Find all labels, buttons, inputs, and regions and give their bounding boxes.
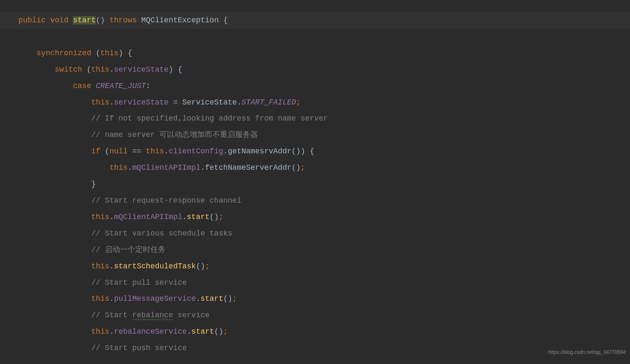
- field-clientConfig: clientConfig: [169, 147, 223, 155]
- semicolon: ;: [205, 262, 210, 270]
- indent: [9, 294, 91, 303]
- dot: .: [110, 262, 114, 270]
- code-line: this.mQClientAPIImpl.fetchNameServerAddr…: [9, 160, 630, 176]
- code-line-comment: // If not specified,looking address from…: [9, 110, 630, 127]
- keyword-this: this: [110, 163, 128, 172]
- keyword-this: this: [91, 213, 109, 221]
- code-line: synchronized (this) {: [9, 45, 630, 62]
- paren-open: (: [96, 49, 100, 57]
- brace: {: [223, 16, 228, 24]
- semicolon: ;: [296, 98, 301, 107]
- paren-close: ): [118, 49, 123, 57]
- keyword-void: void: [50, 16, 68, 24]
- method-startScheduledTask: startScheduledTask: [114, 262, 196, 270]
- indent: [9, 114, 91, 123]
- keyword-case: case: [73, 82, 91, 90]
- keyword-this: this: [91, 327, 109, 336]
- keyword-null: null: [110, 147, 128, 155]
- dot: .: [110, 327, 114, 336]
- dot: .: [182, 213, 187, 221]
- dot: .: [237, 98, 241, 107]
- method-start: start: [187, 213, 209, 221]
- indent: [9, 213, 91, 221]
- watermark: https://blog.csdn.net/qq_34770694: [548, 344, 626, 361]
- keyword-public: public: [19, 16, 46, 24]
- semicolon: ;: [219, 213, 223, 221]
- brace-close: }: [91, 180, 96, 188]
- dot: .: [196, 294, 201, 303]
- indent: [9, 278, 91, 287]
- field-pullMessageService: pullMessageService: [114, 294, 196, 303]
- dot: .: [110, 213, 114, 221]
- field-mQClientAPIImpl: mQClientAPIImpl: [114, 213, 182, 221]
- indent: [9, 344, 91, 352]
- parens: (): [223, 294, 233, 303]
- code-line-comment: // 启动一个定时任务: [9, 242, 630, 258]
- code-line-comment: // Start pull service: [9, 275, 630, 291]
- comment: // If not specified,looking address from…: [91, 114, 328, 123]
- comment-text-c: service: [173, 311, 209, 319]
- parens: (): [196, 262, 205, 270]
- code-line-comment: // Start various schedule tasks: [9, 225, 630, 242]
- exception-type: MQClientException: [141, 16, 219, 24]
- dot: .: [164, 147, 169, 155]
- code-line: if (null == this.clientConfig.getNamesrv…: [9, 143, 630, 160]
- parens: (): [214, 327, 223, 336]
- code-editor[interactable]: public void start() throws MQClientExcep…: [0, 0, 630, 356]
- constant-start-failed: START_FAILED: [241, 98, 296, 107]
- dot: .: [128, 163, 132, 172]
- indent: [9, 246, 91, 254]
- colon: :: [146, 82, 150, 90]
- keyword-this: this: [100, 49, 118, 57]
- code-line: public void start() throws MQClientExcep…: [0, 12, 630, 29]
- code-line: this.serviceState = ServiceState.START_F…: [9, 94, 630, 111]
- field-mQClientAPIImpl: mQClientAPIImpl: [132, 163, 201, 172]
- keyword-synchronized: synchronized: [37, 49, 91, 57]
- dot: .: [187, 327, 191, 336]
- paren-close: ): [169, 65, 173, 74]
- method-name: start: [73, 16, 96, 24]
- operator-eq: ==: [128, 147, 146, 155]
- indent: [9, 311, 91, 319]
- class-ServiceState: ServiceState: [182, 98, 237, 107]
- method-start: start: [191, 327, 214, 336]
- semicolon: ;: [223, 327, 228, 336]
- parens: (): [292, 147, 301, 155]
- field-serviceState: serviceState: [114, 98, 169, 107]
- dot: .: [201, 163, 205, 172]
- keyword-this: this: [146, 147, 164, 155]
- brace: {: [128, 49, 132, 57]
- indent: [9, 16, 19, 24]
- paren-close: ): [300, 147, 310, 155]
- code-line: this.pullMessageService.start();: [9, 291, 630, 307]
- comment: // Start various schedule tasks: [91, 229, 232, 238]
- comment: // Start pull service: [91, 278, 187, 287]
- keyword-this: this: [91, 98, 109, 107]
- keyword-throws: throws: [110, 16, 137, 24]
- dot: .: [110, 98, 114, 107]
- code-line: switch (this.serviceState) {: [9, 62, 630, 78]
- code-line-comment: // Start rebalance service: [9, 307, 630, 324]
- method-fetchNameServerAddr: fetchNameServerAddr: [205, 163, 292, 172]
- keyword-this: this: [91, 65, 109, 74]
- method-getNamesrvAddr: getNamesrvAddr: [228, 147, 292, 155]
- operator-assign: =: [169, 98, 182, 107]
- keyword-this: this: [91, 294, 109, 303]
- field-rebalanceService: rebalanceService: [114, 327, 187, 336]
- brace: {: [310, 147, 314, 155]
- indent: [9, 180, 91, 188]
- code-line-comment: // name server 可以动态增加而不重启服务器: [9, 127, 630, 143]
- code-line-comment: // Start request-response channel: [9, 193, 630, 209]
- comment: // Start push service: [91, 344, 187, 352]
- paren-open: (: [105, 147, 110, 155]
- semicolon: ;: [232, 294, 237, 303]
- indent: [9, 49, 37, 57]
- brace: {: [178, 65, 182, 74]
- field-serviceState: serviceState: [114, 65, 169, 74]
- constant-create-just: CREATE_JUST: [96, 82, 146, 90]
- parens: (): [292, 163, 301, 172]
- code-line: this.startScheduledTask();: [9, 258, 630, 275]
- code-line: this.rebalanceService.start();: [9, 324, 630, 340]
- method-start: start: [201, 294, 223, 303]
- paren-open: (: [87, 65, 91, 74]
